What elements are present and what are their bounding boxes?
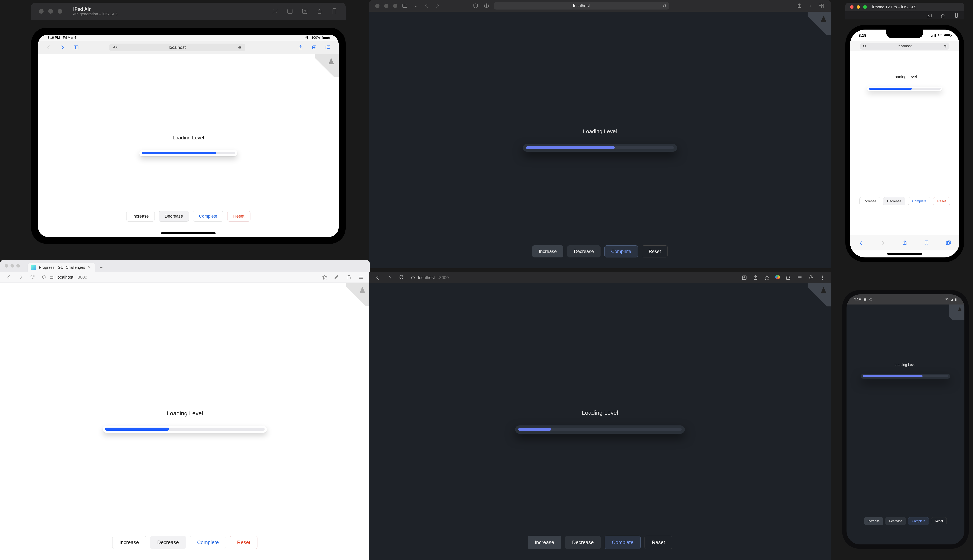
reload-icon[interactable] (944, 45, 947, 48)
url-field[interactable]: AA localhost (109, 43, 246, 51)
address-field[interactable]: localhost:3000 (42, 275, 316, 280)
eyedropper-icon[interactable] (334, 274, 340, 280)
install-icon[interactable] (741, 275, 747, 281)
new-tab-icon[interactable] (311, 45, 317, 50)
chevron-down-icon[interactable]: ⌄ (412, 2, 419, 9)
zoom-window-button[interactable] (393, 4, 397, 8)
url-field[interactable]: AA localhost (860, 43, 950, 50)
decrease-button[interactable]: Decrease (159, 211, 189, 222)
decrease-button[interactable]: Decrease (150, 536, 186, 549)
share-icon[interactable] (902, 240, 908, 246)
reset-button[interactable]: Reset (645, 536, 672, 549)
home-icon[interactable] (316, 8, 323, 15)
reset-button[interactable]: Reset (931, 517, 947, 525)
extension-icon[interactable] (346, 274, 352, 280)
decrease-button[interactable]: Decrease (565, 536, 601, 549)
visbug-badge[interactable] (346, 283, 370, 306)
back-button[interactable] (858, 240, 864, 246)
reset-button[interactable]: Reset (933, 197, 950, 205)
reload-icon[interactable] (399, 275, 405, 281)
increase-button[interactable]: Increase (126, 211, 155, 222)
star-icon[interactable] (322, 274, 328, 280)
share-icon[interactable] (298, 45, 304, 50)
forward-button[interactable] (18, 274, 24, 280)
close-window-button[interactable] (5, 264, 8, 268)
shield-icon[interactable] (42, 275, 46, 279)
visbug-badge[interactable] (949, 305, 965, 320)
bookmarks-icon[interactable] (924, 240, 930, 246)
forward-button[interactable] (434, 2, 441, 9)
minimize-window-button[interactable] (857, 5, 860, 9)
extensions-icon[interactable] (786, 275, 791, 281)
star-icon[interactable] (764, 275, 770, 281)
record-icon[interactable] (301, 8, 308, 15)
tabs-icon[interactable] (946, 240, 951, 246)
minimize-window-button[interactable] (10, 264, 14, 268)
increase-button[interactable]: Increase (859, 197, 880, 205)
decrease-button[interactable]: Decrease (567, 245, 600, 257)
complete-button[interactable]: Complete (908, 517, 929, 525)
tabs-icon[interactable] (818, 2, 825, 9)
reset-button[interactable]: Reset (230, 536, 257, 549)
forward-button[interactable] (60, 45, 65, 50)
reload-icon[interactable] (237, 45, 241, 49)
share-icon[interactable] (796, 2, 803, 9)
back-button[interactable] (6, 274, 12, 280)
menu-icon[interactable] (819, 275, 825, 281)
menu-icon[interactable] (358, 274, 364, 280)
close-window-button[interactable] (375, 4, 380, 8)
home-icon[interactable] (940, 12, 946, 18)
profile-icon[interactable] (775, 275, 780, 279)
address-field[interactable]: localhost:3000 (411, 275, 735, 280)
mic-icon[interactable] (808, 275, 814, 281)
increase-button[interactable]: Increase (864, 517, 883, 525)
new-tab-button[interactable]: + (97, 264, 105, 271)
reader-button[interactable]: AA (863, 45, 866, 48)
zoom-window-button[interactable] (863, 5, 867, 9)
zoom-window-button[interactable] (16, 264, 20, 268)
forward-button[interactable] (387, 275, 393, 281)
increase-button[interactable]: Increase (112, 536, 146, 549)
visbug-badge[interactable] (807, 12, 831, 35)
reload-icon[interactable] (30, 274, 36, 280)
visbug-badge[interactable] (315, 54, 339, 77)
browser-tab[interactable]: Progress | GUI Challenges × (28, 263, 95, 272)
wand-icon[interactable] (272, 8, 279, 15)
close-tab-icon[interactable]: × (88, 265, 90, 270)
reload-icon[interactable] (662, 4, 666, 8)
close-window-button[interactable] (39, 9, 43, 13)
decrease-button[interactable]: Decrease (885, 517, 906, 525)
tabs-icon[interactable] (325, 45, 331, 50)
zoom-window-button[interactable] (58, 9, 62, 13)
visbug-badge[interactable] (807, 283, 831, 307)
info-icon[interactable] (49, 275, 53, 279)
sidebar-icon[interactable] (401, 2, 408, 9)
forward-button[interactable] (880, 240, 886, 246)
reset-button[interactable]: Reset (227, 211, 251, 222)
complete-button[interactable]: Complete (193, 211, 223, 222)
shield-icon[interactable] (472, 2, 479, 9)
back-button[interactable] (423, 2, 430, 9)
screenshot-icon[interactable] (286, 8, 293, 15)
increase-button[interactable]: Increase (528, 536, 561, 549)
complete-button[interactable]: Complete (605, 536, 640, 549)
contrast-icon[interactable] (483, 2, 490, 9)
minimize-window-button[interactable] (48, 9, 53, 13)
complete-button[interactable]: Complete (190, 536, 226, 549)
reading-list-icon[interactable] (797, 275, 802, 281)
minimize-window-button[interactable] (384, 4, 388, 8)
reset-button[interactable]: Reset (642, 245, 668, 257)
increase-button[interactable]: Increase (532, 245, 563, 257)
complete-button[interactable]: Complete (908, 197, 930, 205)
share-icon[interactable] (753, 275, 759, 281)
url-field[interactable]: localhost (494, 2, 669, 10)
rotate-icon[interactable] (953, 12, 960, 18)
decrease-button[interactable]: Decrease (883, 197, 906, 205)
new-tab-icon[interactable]: + (807, 2, 814, 9)
complete-button[interactable]: Complete (604, 245, 638, 257)
rotate-icon[interactable] (331, 8, 338, 15)
back-button[interactable] (46, 45, 52, 50)
back-button[interactable] (375, 275, 381, 281)
info-icon[interactable] (411, 276, 415, 280)
reader-button[interactable]: AA (113, 45, 118, 49)
